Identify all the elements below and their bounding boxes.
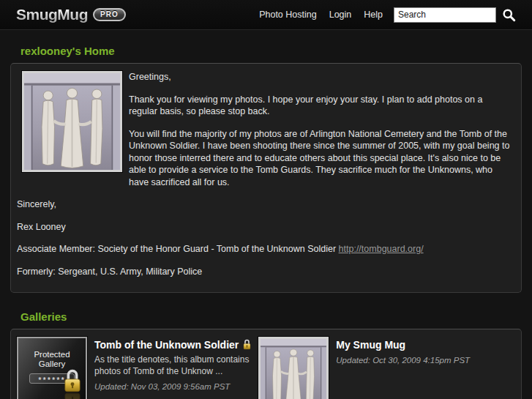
- search-icon: [502, 8, 516, 22]
- nav-login[interactable]: Login: [329, 10, 352, 20]
- pro-badge: PRO: [93, 8, 126, 21]
- gallery-updated: Updated: Nov 03, 2009 9:56am PST: [94, 382, 258, 391]
- gallery-thumb[interactable]: [258, 337, 329, 399]
- lock-icon: [242, 338, 252, 350]
- galleries-title: Galleries: [20, 310, 532, 323]
- gallery-title-link[interactable]: My Smug Mug: [336, 339, 405, 351]
- protected-gallery-thumb[interactable]: Protected Gallery ******: [17, 337, 87, 399]
- gallery-title-link[interactable]: Tomb of the Unknown Soldier: [94, 339, 239, 351]
- header-nav: Photo Hosting Login Help: [247, 7, 516, 23]
- bio-associate-text: Associate Member: Society of the Honor G…: [17, 244, 336, 254]
- stone-relief-image: [261, 339, 326, 399]
- bio-formerly: Formerly: Sergeant, U.S. Army, Military …: [17, 266, 512, 278]
- search-button[interactable]: [502, 8, 516, 22]
- bio-panel: Greetings, Thank you for viewing my phot…: [10, 63, 522, 293]
- logo-text: SmugMug: [16, 6, 88, 23]
- bio-photo[interactable]: [22, 71, 122, 172]
- tombguard-link[interactable]: http://tombguard.org/: [339, 244, 424, 254]
- gallery-item: Protected Gallery ****** Tomb of the Unk…: [17, 337, 258, 399]
- gallery-updated: Updated: Oct 30, 2009 4:15pm PST: [336, 356, 470, 365]
- galleries-panel: Protected Gallery ****** Tomb of the Unk…: [10, 329, 522, 399]
- gallery-description: As the title denotes, this album contain…: [94, 354, 258, 377]
- smugmug-logo[interactable]: SmugMug PRO: [16, 6, 126, 23]
- padlock-reflection: [61, 392, 83, 399]
- page-body: rexlooney's Home Greetings, Thank you fo…: [0, 45, 532, 399]
- padlock-icon: [61, 367, 83, 393]
- nav-help[interactable]: Help: [364, 10, 383, 20]
- top-bar: SmugMug PRO Photo Hosting Login Help: [0, 0, 532, 30]
- bio-associate-line: Associate Member: Society of the Honor G…: [17, 243, 512, 256]
- gallery-item: My Smug Mug Updated: Oct 30, 2009 4:15pm…: [258, 337, 515, 399]
- stone-relief-image: [24, 73, 120, 170]
- gallery-info: My Smug Mug Updated: Oct 30, 2009 4:15pm…: [336, 337, 470, 399]
- nav-photo-hosting[interactable]: Photo Hosting: [259, 10, 317, 20]
- search-input[interactable]: [394, 7, 496, 23]
- bio-signature: Rex Looney: [17, 221, 512, 234]
- page-title: rexlooney's Home: [20, 45, 532, 57]
- gallery-info: Tomb of the Unknown Soldier As the title…: [94, 337, 258, 399]
- bio-sincerely: Sincerely,: [17, 198, 512, 211]
